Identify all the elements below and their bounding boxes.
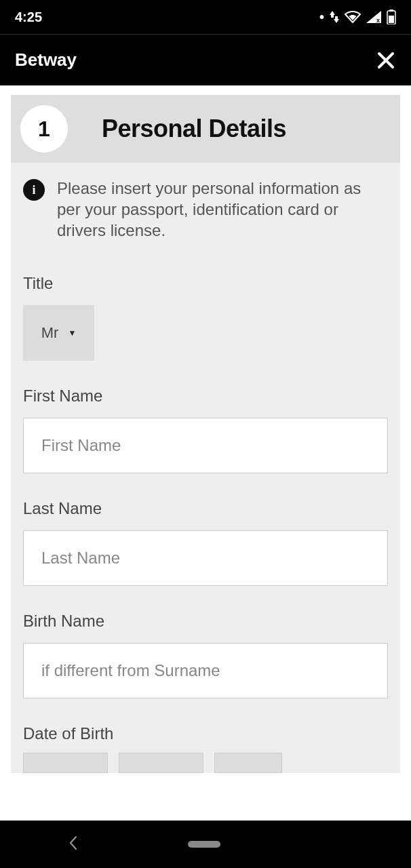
back-icon xyxy=(68,835,79,851)
wifi-icon xyxy=(345,10,361,24)
step-header: 1 Personal Details xyxy=(11,95,400,163)
info-text: Please insert your personal information … xyxy=(57,178,388,241)
field-dob: Date of Birth xyxy=(23,724,388,773)
dob-month-select[interactable] xyxy=(119,753,203,773)
title-select[interactable]: Mr ▼ xyxy=(23,305,94,361)
birth-name-input[interactable] xyxy=(23,643,388,698)
field-first-name: First Name xyxy=(23,387,388,473)
dob-label: Date of Birth xyxy=(23,724,388,743)
status-bar: 4:25 • x xyxy=(0,0,411,34)
battery-icon xyxy=(387,9,396,24)
title-selected-value: Mr xyxy=(41,324,59,342)
svg-text:x: x xyxy=(376,17,380,23)
svg-rect-3 xyxy=(389,16,394,23)
chevron-down-icon: ▼ xyxy=(68,328,76,338)
title-label: Title xyxy=(23,274,388,293)
arrows-icon xyxy=(330,11,339,23)
status-indicators: • x xyxy=(319,9,396,25)
status-time: 4:25 xyxy=(15,9,42,25)
app-header: Betway xyxy=(0,34,411,85)
field-title: Title Mr ▼ xyxy=(23,274,388,361)
first-name-label: First Name xyxy=(23,387,388,406)
close-icon xyxy=(377,52,395,69)
signal-icon: x xyxy=(366,11,381,23)
dot-icon: • xyxy=(319,9,324,25)
step-title: Personal Details xyxy=(102,115,286,143)
info-icon: i xyxy=(23,179,45,201)
close-button[interactable] xyxy=(376,50,396,71)
system-nav-bar xyxy=(0,821,411,868)
last-name-label: Last Name xyxy=(23,499,388,518)
nav-home-button[interactable] xyxy=(188,841,220,848)
svg-rect-2 xyxy=(389,9,393,12)
field-birth-name: Birth Name xyxy=(23,612,388,698)
dob-day-select[interactable] xyxy=(23,753,108,773)
first-name-input[interactable] xyxy=(23,418,388,473)
field-last-name: Last Name xyxy=(23,499,388,586)
form-area: i Please insert your personal informatio… xyxy=(11,163,400,773)
nav-back-button[interactable] xyxy=(68,835,79,854)
app-title: Betway xyxy=(15,50,77,71)
step-number-badge: 1 xyxy=(20,105,68,153)
content-area: 1 Personal Details i Please insert your … xyxy=(0,85,411,821)
dob-row xyxy=(23,753,388,773)
last-name-input[interactable] xyxy=(23,530,388,586)
info-message: i Please insert your personal informatio… xyxy=(23,178,388,241)
dob-year-select[interactable] xyxy=(214,753,282,773)
birth-name-label: Birth Name xyxy=(23,612,388,631)
